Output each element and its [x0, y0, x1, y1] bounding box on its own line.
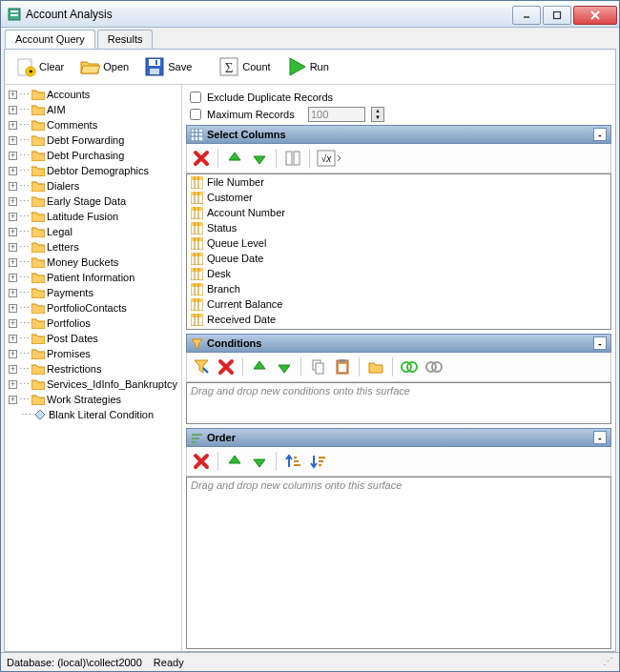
clear-button[interactable]: ✶ Clear [9, 53, 71, 80]
tree-item[interactable]: +⋯Patient Information [7, 270, 179, 285]
order-section-header[interactable]: Order - [186, 428, 611, 447]
clear-label: Clear [39, 61, 64, 72]
expander-icon[interactable]: + [9, 182, 17, 191]
tree-item[interactable]: +⋯Latitude Fusion [7, 209, 179, 224]
order-move-down-button[interactable] [249, 451, 270, 472]
tree-item[interactable]: +⋯Debt Forwarding [7, 132, 179, 148]
column-item[interactable]: Branch [187, 281, 610, 296]
tree-item[interactable]: +⋯PortfolioContacts [7, 300, 179, 316]
tree-item[interactable]: +⋯Post Dates [7, 331, 179, 346]
resize-grip[interactable]: ⋰ [603, 656, 613, 668]
conditions-collapse-button[interactable]: - [593, 336, 607, 350]
expander-icon[interactable]: + [9, 380, 17, 389]
expander-icon[interactable]: + [9, 152, 17, 160]
expander-icon[interactable]: + [9, 304, 17, 313]
conditions-copy-button[interactable] [307, 356, 328, 377]
tree-item[interactable]: +⋯AIM [7, 102, 179, 117]
tab-results[interactable]: Results [97, 30, 154, 49]
tree-item[interactable]: +⋯Debt Purchasing [7, 148, 179, 163]
maximize-button[interactable] [543, 6, 571, 25]
conditions-surface[interactable]: Drag and drop new conditions onto this s… [186, 382, 611, 424]
expander-icon[interactable]: + [9, 335, 17, 343]
tab-account-query[interactable]: Account Query [5, 30, 95, 49]
expander-icon[interactable]: + [9, 365, 17, 374]
conditions-folder-button[interactable] [365, 356, 386, 377]
order-move-up-button[interactable] [224, 451, 245, 472]
column-item[interactable]: Queue Date [187, 251, 610, 266]
expander-icon[interactable]: + [9, 243, 17, 252]
window-buttons [512, 4, 619, 25]
order-surface[interactable]: Drag and drop new columns onto this surf… [186, 477, 611, 649]
expander-icon[interactable]: + [9, 136, 17, 145]
max-records-spinner[interactable]: ▲▼ [371, 107, 384, 122]
expander-icon[interactable]: + [9, 396, 17, 404]
columns-section-header[interactable]: Select Columns - [186, 125, 611, 144]
conditions-paste-button[interactable] [332, 356, 353, 377]
open-button[interactable]: Open [72, 53, 135, 80]
order-descending-button[interactable] [307, 451, 328, 472]
conditions-and-button[interactable] [399, 356, 420, 377]
tree-item[interactable]: +⋯Payments [7, 285, 179, 300]
tree-item[interactable]: +⋯Accounts [7, 87, 179, 102]
conditions-move-down-button[interactable] [274, 356, 295, 377]
tree-item[interactable]: +⋯Restrictions [7, 361, 179, 377]
tree-item[interactable]: +⋯Money Buckets [7, 255, 179, 270]
order-delete-button[interactable] [191, 451, 212, 472]
column-item[interactable]: Queue Level [187, 235, 610, 251]
tree-item[interactable]: +⋯Early Stage Data [7, 193, 179, 209]
columns-delete-button[interactable] [191, 148, 212, 169]
order-ascending-button[interactable] [282, 451, 303, 472]
max-records-input[interactable] [308, 107, 365, 122]
column-item[interactable]: Status [187, 220, 610, 235]
column-item[interactable]: Received Date [187, 312, 610, 327]
columns-move-down-button[interactable] [249, 148, 270, 169]
tree-item[interactable]: +⋯Comments [7, 117, 179, 132]
expander-icon[interactable]: + [9, 213, 17, 221]
count-button[interactable]: Σ Count [212, 53, 277, 80]
column-item[interactable]: Desk [187, 266, 610, 281]
conditions-delete-button[interactable] [216, 356, 237, 377]
expander-icon[interactable]: + [9, 258, 17, 267]
conditions-section-header[interactable]: Conditions - [186, 334, 611, 353]
columns-move-up-button[interactable] [224, 148, 245, 169]
expander-icon[interactable]: + [9, 350, 17, 358]
tree-item[interactable]: +⋯Dialers [7, 178, 179, 193]
expander-icon[interactable]: + [9, 274, 17, 282]
expander-icon[interactable]: + [9, 121, 17, 130]
columns-list[interactable]: File NumberCustomerAccount NumberStatusQ… [186, 173, 611, 330]
save-button[interactable]: Save [137, 53, 198, 80]
tree-item[interactable]: +⋯Debtor Demographics [7, 163, 179, 178]
run-button[interactable]: Run [279, 53, 336, 80]
expander-icon[interactable]: + [9, 167, 17, 175]
column-item[interactable]: File Number [187, 174, 610, 190]
column-item[interactable]: Current Balance [187, 296, 610, 312]
columns-collapse-button[interactable]: - [593, 128, 607, 141]
tree-item[interactable]: +⋯Portfolios [7, 316, 179, 331]
conditions-move-up-button[interactable] [249, 356, 270, 377]
expander-icon[interactable]: + [9, 197, 17, 206]
column-item[interactable]: Account Number [187, 205, 610, 220]
max-records-checkbox[interactable] [190, 109, 201, 120]
column-item[interactable]: Customer [187, 190, 610, 205]
expander-icon[interactable]: + [9, 289, 17, 297]
expander-icon[interactable]: + [9, 91, 17, 99]
columns-toolbar: √x [186, 144, 611, 173]
tree-item[interactable]: +⋯Legal [7, 224, 179, 239]
columns-formula-button[interactable]: √x [316, 148, 344, 169]
conditions-or-button[interactable] [424, 356, 444, 377]
tree-item[interactable]: +⋯Services_IdInfo_Bankruptcy [7, 377, 179, 392]
minimize-button[interactable] [512, 6, 541, 25]
tree-item[interactable]: +⋯Promises [7, 346, 179, 361]
columns-layout-button[interactable] [282, 148, 303, 169]
order-collapse-button[interactable]: - [593, 431, 607, 444]
close-button[interactable] [573, 6, 617, 25]
conditions-edit-button[interactable] [191, 356, 212, 377]
expander-icon[interactable]: + [9, 106, 17, 114]
category-tree[interactable]: +⋯Accounts+⋯AIM+⋯Comments+⋯Debt Forwardi… [5, 85, 182, 651]
exclude-duplicates-checkbox[interactable] [190, 92, 201, 103]
tree-item-special[interactable]: ⋯Blank Literal Condition [7, 407, 179, 422]
expander-icon[interactable]: + [9, 319, 17, 328]
expander-icon[interactable]: + [9, 228, 17, 236]
tree-item[interactable]: +⋯Work Strategies [7, 392, 179, 407]
tree-item[interactable]: +⋯Letters [7, 239, 179, 255]
